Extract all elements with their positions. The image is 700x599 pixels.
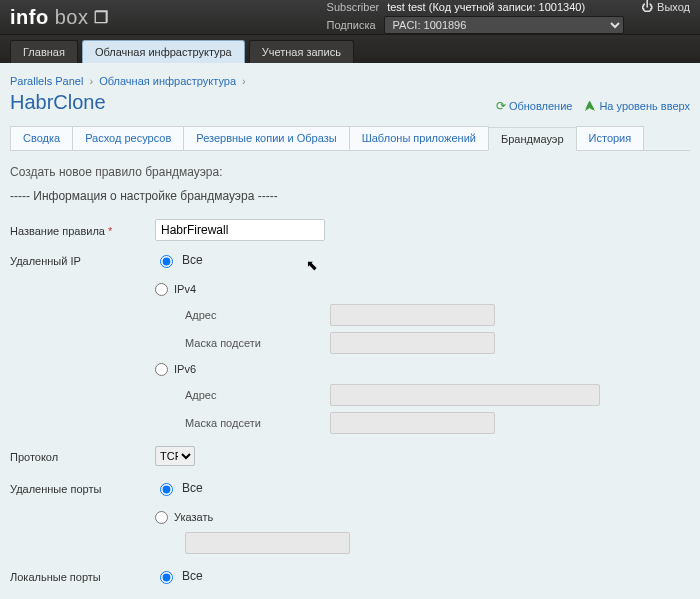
navtab-main[interactable]: Главная [10,40,78,63]
main-nav: Главная Облачная инфраструктура Учетная … [0,35,700,63]
power-icon: ⏻ [641,0,653,14]
subscription-label: Подписка [327,19,376,31]
ipv6-addr-label: Адрес [185,389,330,401]
subtab-history[interactable]: История [576,126,645,150]
ipv6-mask-label: Маска подсети [185,417,330,429]
remote-ip-all-label: Все [182,253,203,267]
subscriber-value: test test (Код учетной записи: 1001340) [387,1,585,13]
remote-ports-spec-radio[interactable] [155,511,168,524]
section-head: ----- Информация о настройке брандмауэра… [10,189,690,203]
up-icon: ⮝ [584,99,596,113]
remote-ip-label: Удаленный IP [10,253,155,267]
ipv4-mask-label: Маска подсети [185,337,330,349]
refresh-icon: ⟳ [496,99,506,113]
page-title: HabrClone [10,91,106,114]
subscriber-label: Subscriber [327,1,380,13]
cube-icon: ❒ [94,8,109,27]
create-note: Создать новое правило брандмауэра: [10,165,690,179]
remote-ip-ipv4-radio[interactable] [155,283,168,296]
ipv4-addr-input [330,304,495,326]
remote-ports-label: Удаленные порты [10,481,155,495]
navtab-account[interactable]: Учетная запись [249,40,354,63]
navtab-cloud[interactable]: Облачная инфраструктура [82,40,245,63]
subtab-backups[interactable]: Резервные копии и Образы [183,126,349,150]
brand-text-prefix: info [10,6,49,29]
breadcrumb: Parallels Panel › Облачная инфраструктур… [10,71,690,91]
remote-ip-ipv4-label: IPv4 [174,283,196,295]
protocol-select[interactable]: TCP [155,446,195,466]
subtabs: Сводка Расход ресурсов Резервные копии и… [10,126,690,151]
remote-ip-all-radio[interactable] [160,255,173,268]
breadcrumb-item-1[interactable]: Облачная инфраструктура [99,75,236,87]
ipv6-mask-input [330,412,495,434]
breadcrumb-item-0[interactable]: Parallels Panel [10,75,83,87]
brand-logo: infobox ❒ [10,6,109,29]
logout-label: Выход [657,1,690,13]
subtab-firewall[interactable]: Брандмауэр [488,127,577,151]
local-ports-label: Локальные порты [10,569,155,583]
ipv4-addr-label: Адрес [185,309,330,321]
local-ports-all-label: Все [182,569,203,583]
rule-name-label: Название правила * [10,223,155,237]
remote-ports-input [185,532,350,554]
ipv6-addr-input [330,384,600,406]
protocol-label: Протокол [10,449,155,463]
remote-ports-spec-label: Указать [174,511,213,523]
subtab-templates[interactable]: Шаблоны приложений [349,126,489,150]
remote-ports-all-label: Все [182,481,203,495]
refresh-link[interactable]: ⟳ Обновление [496,99,573,113]
remote-ip-ipv6-label: IPv6 [174,363,196,375]
subtab-usage[interactable]: Расход ресурсов [72,126,184,150]
rule-name-input[interactable] [155,219,325,241]
brand-text-suffix: box [55,6,89,29]
subscription-select[interactable]: PACI: 1001896 [384,16,624,34]
remote-ports-all-radio[interactable] [160,483,173,496]
ipv4-mask-input [330,332,495,354]
remote-ip-ipv6-radio[interactable] [155,363,168,376]
subtab-summary[interactable]: Сводка [10,126,73,150]
level-up-link[interactable]: ⮝ На уровень вверх [584,99,690,113]
logout-link[interactable]: ⏻ Выход [641,0,690,14]
local-ports-all-radio[interactable] [160,571,173,584]
